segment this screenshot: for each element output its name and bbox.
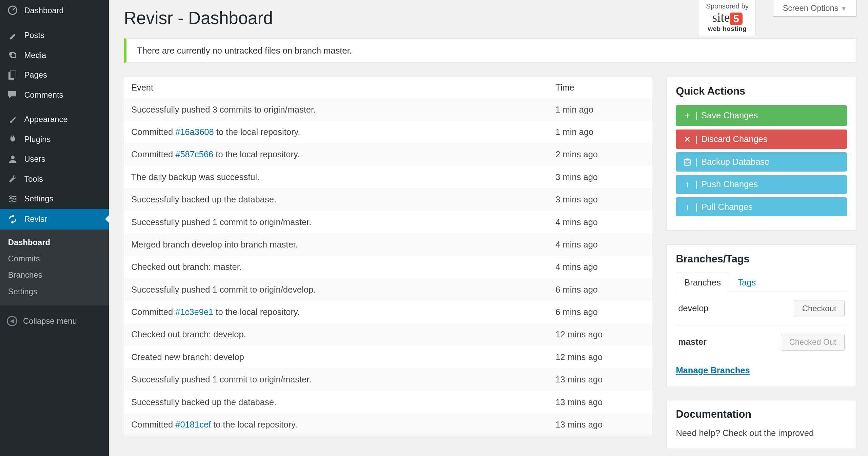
time-cell: 3 mins ago [549,188,652,211]
sidebar-item-settings[interactable]: Settings [0,189,109,209]
table-row: Merged branch develop into branch master… [124,233,652,256]
sidebar-item-pages[interactable]: Pages [0,65,109,85]
push-changes-button[interactable]: ↑| Push Changes [676,175,847,194]
event-cell: Successfully pushed 3 commits to origin/… [124,98,549,121]
svg-point-12 [684,158,690,160]
documentation-body: Need help? Check out the improved [676,428,847,438]
sidebar-item-label: Comments [24,90,63,100]
commit-link[interactable]: #0181cef [175,420,211,429]
event-cell: Successfully backed up the database. [124,391,549,413]
event-cell: Successfully pushed 1 commit to origin/d… [124,278,549,301]
sidebar-item-posts[interactable]: Posts [0,25,109,45]
sidebar-item-label: Users [24,154,45,164]
svg-point-10 [14,198,15,200]
svg-point-11 [11,200,13,202]
sidebar-item-revisr[interactable]: Revisr [0,209,109,230]
table-row: Committed #587c566 to the local reposito… [124,143,652,166]
checked-out-button: Checked Out [781,334,845,351]
time-cell: 12 mins ago [549,323,652,346]
table-row: The daily backup was successful.3 mins a… [124,166,652,188]
sidebar-item-label: Dashboard [24,6,63,15]
event-cell: Merged branch develop into branch master… [124,233,549,256]
checkout-button[interactable]: Checkout [794,300,845,317]
tab-branches[interactable]: Branches [676,273,729,292]
sidebar-item-dashboard[interactable]: Dashboard [0,0,109,21]
time-cell: 6 mins ago [549,301,652,323]
time-cell: 12 mins ago [549,346,652,368]
comment-icon [7,90,18,99]
event-cell: Committed #0181cef to the local reposito… [124,413,549,436]
event-cell: Committed #16a3608 to the local reposito… [124,121,549,143]
time-cell: 4 mins ago [549,211,652,233]
table-row: Created new branch: develop12 mins ago [124,346,652,368]
sidebar-item-comments[interactable]: Comments [0,85,109,105]
svg-line-1 [13,8,15,10]
event-cell: The daily backup was successful. [124,166,549,188]
event-cell: Created new branch: develop [124,346,549,368]
sidebar-item-media[interactable]: Media [0,45,109,65]
sidebar-item-label: Posts [24,31,44,40]
sidebar-item-label: Settings [24,194,53,203]
branch-row: masterChecked Out [676,325,847,359]
screen-options-button[interactable]: Screen Options▼ [773,0,856,17]
sidebar-submenu: Dashboard Commits Branches Settings [0,230,109,305]
save-changes-button[interactable]: ＋| Save Changes [676,105,847,126]
table-row: Successfully pushed 1 commit to origin/m… [124,368,652,391]
table-row: Successfully backed up the database.3 mi… [124,188,652,211]
submenu-branches[interactable]: Branches [0,267,109,283]
sponsored-by-label: Sponsored by [706,2,749,10]
sidebar-item-tools[interactable]: Tools [0,169,109,189]
submenu-dashboard[interactable]: Dashboard [0,234,109,251]
collapse-label: Collapse menu [23,316,77,326]
pages-icon [7,71,18,80]
collapse-menu-button[interactable]: ◀ Collapse menu [0,310,109,332]
admin-sidebar: Dashboard Posts Media Pages Comments App… [0,0,109,456]
brush-icon [7,115,18,124]
submenu-settings[interactable]: Settings [0,283,109,300]
sidebar-item-label: Plugins [24,135,51,144]
documentation-panel: Documentation Need help? Check out the i… [666,400,856,449]
table-row: Checked out branch: develop.12 mins ago [124,323,652,346]
branch-row: developCheckout [676,292,847,325]
svg-point-5 [11,155,15,159]
arrow-down-icon: ↓ [683,202,692,212]
pull-changes-button[interactable]: ↓| Pull Changes [676,197,847,216]
table-row: Committed #16a3608 to the local reposito… [124,121,652,143]
arrow-up-icon: ↑ [683,179,692,189]
quick-actions-title: Quick Actions [676,85,847,97]
chevron-down-icon: ▼ [841,5,847,12]
collapse-icon: ◀ [7,316,17,326]
dashboard-icon [7,5,18,16]
svg-point-9 [10,196,12,197]
commit-link[interactable]: #587c566 [175,150,213,159]
time-cell: 2 mins ago [549,143,652,166]
table-row: Committed #1c3e9e1 to the local reposito… [124,301,652,323]
quick-actions-panel: Quick Actions ＋| Save Changes ✕| Discard… [666,77,856,231]
backup-database-button[interactable]: | Backup Database [676,152,847,171]
submenu-commits[interactable]: Commits [0,251,109,267]
revisr-icon [7,214,18,224]
time-cell: 1 min ago [549,121,652,143]
sponsor-badge[interactable]: Sponsored by site5 web hosting [699,0,756,36]
tab-tags[interactable]: Tags [729,273,764,292]
sidebar-item-appearance[interactable]: Appearance [0,110,109,130]
discard-changes-button[interactable]: ✕| Discard Changes [676,130,847,149]
table-row: Successfully pushed 1 commit to origin/m… [124,211,652,233]
sidebar-item-label: Tools [24,174,43,184]
manage-branches-link[interactable]: Manage Branches [676,365,750,375]
table-row: Successfully pushed 1 commit to origin/d… [124,278,652,301]
time-cell: 13 mins ago [549,368,652,391]
sidebar-item-label: Pages [24,70,47,80]
commit-link[interactable]: #16a3608 [175,127,214,137]
event-cell: Successfully pushed 1 commit to origin/m… [124,211,549,233]
wrench-icon [7,174,18,183]
sidebar-item-plugins[interactable]: Plugins [0,129,109,149]
branches-title: Branches/Tags [676,253,847,265]
sidebar-item-users[interactable]: Users [0,149,109,169]
event-cell: Successfully backed up the database. [124,188,549,211]
svg-point-2 [9,53,12,56]
table-row: Committed #0181cef to the local reposito… [124,413,652,436]
commit-link[interactable]: #1c3e9e1 [175,307,213,317]
table-row: Successfully backed up the database.13 m… [124,391,652,413]
time-cell: 4 mins ago [549,256,652,278]
